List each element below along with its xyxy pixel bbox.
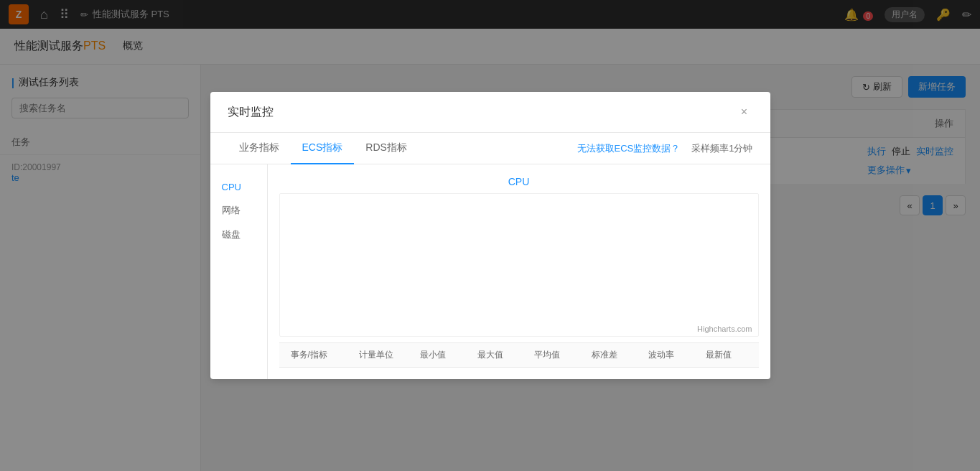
col-avg: 平均值: [519, 349, 577, 361]
col-max: 最大值: [462, 349, 519, 361]
data-table-header: 事务/指标 计量单位 最小值 最大值 平均值 标准差 波动率 最新值: [279, 343, 759, 368]
modal-tab-hint: 无法获取ECS监控数据？ 采样频率1分钟: [577, 142, 753, 155]
col-min: 最小值: [405, 349, 462, 361]
nav-item-disk[interactable]: 磁盘: [210, 223, 267, 247]
col-stddev: 标准差: [576, 349, 633, 361]
modal-left-nav: CPU 网络 磁盘: [210, 164, 268, 379]
tab-rds-metrics[interactable]: RDS指标: [354, 133, 419, 164]
modal-header: 实时监控 ×: [210, 92, 770, 133]
chart-title: CPU: [279, 176, 759, 187]
realtime-monitor-modal: 实时监控 × 业务指标 ECS指标 RDS指标 无法获取ECS监控数据？ 采样频…: [210, 92, 770, 379]
modal-tabs: 业务指标 ECS指标 RDS指标 无法获取ECS监控数据？ 采样频率1分钟: [210, 133, 770, 164]
ecs-help-link[interactable]: 无法获取ECS监控数据？: [577, 142, 681, 155]
nav-item-network[interactable]: 网络: [210, 198, 267, 223]
col-volatility: 波动率: [633, 349, 691, 361]
chart-watermark: Highcharts.com: [697, 325, 752, 333]
modal-overlay: 实时监控 × 业务指标 ECS指标 RDS指标 无法获取ECS监控数据？ 采样频…: [0, 0, 980, 471]
modal-chart-area: CPU Highcharts.com 事务/指标 计量单位 最小值 最大值 平均…: [268, 164, 770, 379]
col-latest: 最新值: [690, 349, 747, 361]
sample-rate-text: 采样频率1分钟: [691, 142, 752, 155]
modal-close-button[interactable]: ×: [736, 103, 753, 121]
col-unit: 计量单位: [347, 349, 405, 361]
modal-body: CPU 网络 磁盘 CPU Highcharts.com 事务/指标 计量单位 …: [210, 164, 770, 379]
chart-placeholder: Highcharts.com: [279, 193, 759, 337]
tab-business-metrics[interactable]: 业务指标: [228, 133, 291, 164]
data-table: 事务/指标 计量单位 最小值 最大值 平均值 标准差 波动率 最新值: [279, 342, 759, 368]
col-event: 事务/指标: [291, 349, 348, 361]
tab-ecs-metrics[interactable]: ECS指标: [291, 133, 355, 164]
nav-item-cpu[interactable]: CPU: [210, 176, 267, 198]
modal-title: 实时监控: [228, 105, 274, 120]
